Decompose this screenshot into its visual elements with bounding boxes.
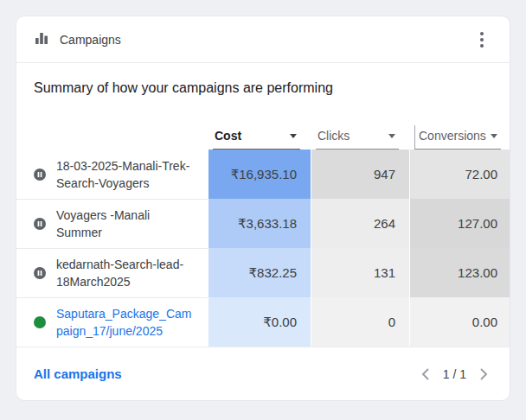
header-cell-cost: Cost [208,125,311,150]
dropdown-arrow-icon [290,134,297,138]
conversions-cell: 127.00 [409,199,510,248]
header-cell-conversions: Conversions [409,125,510,150]
card-title: Campaigns [60,33,121,47]
clicks-cell: 264 [311,199,409,248]
card-header: Campaigns [16,16,510,63]
pause-circle-icon [34,218,46,230]
clicks-cell: 947 [311,150,409,199]
header-cell-clicks: Clicks [311,125,409,150]
campaigns-card: Campaigns Summary of how your campaigns … [16,16,510,401]
clicks-column-label: Clicks [318,129,350,143]
enabled-circle-icon [34,316,46,328]
dropdown-arrow-icon [491,134,497,138]
clicks-column-select[interactable]: Clicks [316,125,399,150]
campaign-name-cell: kedarnath-Search-lead-18March2025 [16,248,208,297]
conversions-cell: 0.00 [409,297,510,347]
conversions-column-label: Conversions [419,129,486,143]
summary-text: Summary of how your campaigns are perfor… [16,63,510,96]
kebab-menu-icon[interactable] [468,26,496,54]
campaign-name-cell: Voyagers -Manali Summer [16,199,208,248]
dropdown-arrow-icon [388,134,395,138]
conversions-cell: 123.00 [409,248,510,297]
cost-cell: ₹0.00 [208,297,311,347]
cost-cell: ₹3,633.18 [208,199,311,248]
table-row: Saputara_Package_Campaign_17/june/2025 ₹… [16,297,510,347]
cost-cell: ₹16,935.10 [208,150,311,199]
pagination: 1 / 1 [415,364,494,385]
clicks-cell: 0 [311,297,409,347]
all-campaigns-link[interactable]: All campaigns [34,366,122,381]
campaign-name: kedarnath-Search-lead-18March2025 [56,256,196,290]
table-header-row: Cost Clicks Conversions [16,125,510,150]
cost-cell: ₹832.25 [208,248,311,297]
campaign-name-link[interactable]: Saputara_Package_Campaign_17/june/2025 [56,305,196,340]
campaign-name-cell: Saputara_Package_Campaign_17/june/2025 [16,297,208,347]
cost-column-select[interactable]: Cost [213,125,300,150]
chevron-right-icon[interactable] [473,364,494,385]
campaign-name-cell: 18-03-2025-Manali-Trek-Search-Voyagers [16,150,208,199]
table-row: 18-03-2025-Manali-Trek-Search-Voyagers ₹… [16,150,510,199]
conversions-cell: 72.00 [409,150,510,199]
card-footer: All campaigns 1 / 1 [16,347,510,400]
clicks-cell: 131 [311,248,409,297]
bar-chart-icon [34,30,49,49]
cost-column-label: Cost [215,129,241,143]
pause-circle-icon [34,267,46,279]
table-row: Voyagers -Manali Summer ₹3,633.18 264 12… [16,199,510,248]
campaign-name: Voyagers -Manali Summer [56,207,196,241]
conversions-column-select[interactable]: Conversions [414,125,501,150]
pause-circle-icon [34,169,46,181]
campaign-name: 18-03-2025-Manali-Trek-Search-Voyagers [56,157,196,192]
table-row: kedarnath-Search-lead-18March2025 ₹832.2… [16,248,510,297]
header-spacer [16,125,208,150]
chevron-left-icon[interactable] [415,364,436,385]
page-indicator: 1 / 1 [443,367,466,381]
